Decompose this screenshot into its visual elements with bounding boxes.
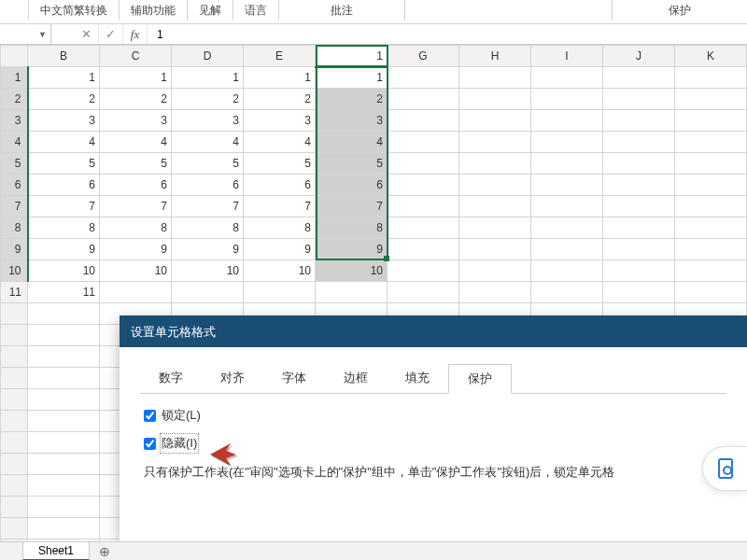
- row-header-empty[interactable]: [1, 518, 28, 539]
- cell-E3[interactable]: 3: [244, 110, 316, 132]
- cell-F4[interactable]: 4: [316, 132, 388, 153]
- ribbon-group-accessibility[interactable]: 辅助功能: [119, 0, 188, 21]
- dialog-tab-对齐[interactable]: 对齐: [202, 364, 263, 393]
- cell-G1[interactable]: [388, 67, 459, 89]
- cell-empty[interactable]: [28, 389, 100, 411]
- cell-K10[interactable]: [675, 260, 747, 282]
- cell-C10[interactable]: 10: [100, 260, 172, 282]
- dialog-tab-数字[interactable]: 数字: [140, 364, 202, 393]
- cell-K4[interactable]: [675, 132, 747, 153]
- cell-K5[interactable]: [675, 153, 747, 175]
- col-header-B[interactable]: B: [28, 46, 100, 67]
- cell-F6[interactable]: 6: [316, 175, 388, 196]
- cell-empty[interactable]: [28, 411, 100, 432]
- cell-G2[interactable]: [388, 89, 459, 110]
- row-header-empty[interactable]: [1, 411, 28, 432]
- cell-F8[interactable]: 8: [316, 217, 388, 239]
- cell-D8[interactable]: 8: [172, 217, 244, 239]
- row-header-4[interactable]: 4: [1, 132, 28, 153]
- cell-F9[interactable]: 9: [316, 239, 388, 260]
- col-header-J[interactable]: J: [603, 46, 675, 67]
- cell-G8[interactable]: [388, 217, 459, 239]
- cell-D5[interactable]: 5: [172, 153, 244, 175]
- cell-E8[interactable]: 8: [244, 217, 316, 239]
- cell-D1[interactable]: 1: [172, 67, 244, 89]
- cell-H3[interactable]: [459, 110, 531, 132]
- row-header-empty[interactable]: [1, 475, 28, 497]
- row-header-9[interactable]: 9: [1, 239, 28, 260]
- cell-D7[interactable]: 7: [172, 196, 244, 217]
- cell-G5[interactable]: [388, 153, 459, 175]
- cell-H7[interactable]: [459, 196, 531, 217]
- row-header-6[interactable]: 6: [1, 175, 28, 196]
- cell-C5[interactable]: 5: [100, 153, 172, 175]
- cell-D3[interactable]: 3: [172, 110, 244, 132]
- cell-K8[interactable]: [675, 217, 747, 239]
- row-header-empty[interactable]: [1, 497, 28, 518]
- cell-F7[interactable]: 7: [316, 196, 388, 217]
- hide-checkbox-row[interactable]: 隐藏(I): [144, 435, 723, 452]
- cell-G11[interactable]: [388, 282, 459, 303]
- cell-B10[interactable]: 10: [28, 260, 100, 282]
- cell-I6[interactable]: [531, 175, 603, 196]
- cell-K9[interactable]: [675, 239, 747, 260]
- cell-C9[interactable]: 9: [100, 239, 172, 260]
- row-header-empty[interactable]: [1, 454, 28, 475]
- row-header-2[interactable]: 2: [1, 89, 28, 110]
- accept-formula-icon[interactable]: ✓: [99, 24, 123, 44]
- cell-F2[interactable]: 2: [316, 89, 388, 110]
- cell-B5[interactable]: 5: [28, 153, 100, 175]
- ribbon-group-protect[interactable]: 保护: [612, 0, 747, 21]
- cell-D9[interactable]: 9: [172, 239, 244, 260]
- dialog-tab-保护[interactable]: 保护: [448, 364, 512, 394]
- cell-C8[interactable]: 8: [100, 217, 172, 239]
- cell-G4[interactable]: [388, 132, 459, 153]
- cell-B7[interactable]: 7: [28, 196, 100, 217]
- cell-D10[interactable]: 10: [172, 260, 244, 282]
- cell-E4[interactable]: 4: [244, 132, 316, 153]
- cell-G6[interactable]: [388, 175, 459, 196]
- cell-H10[interactable]: [459, 260, 531, 282]
- cell-D11[interactable]: [172, 282, 244, 303]
- row-header-empty[interactable]: [1, 432, 28, 454]
- cell-E5[interactable]: 5: [244, 153, 316, 175]
- cell-H1[interactable]: [459, 67, 531, 89]
- cell-E7[interactable]: 7: [244, 196, 316, 217]
- cell-H4[interactable]: [459, 132, 531, 153]
- col-header-D[interactable]: D: [172, 46, 244, 67]
- cell-G10[interactable]: [388, 260, 459, 282]
- cell-F11[interactable]: [316, 282, 388, 303]
- cell-empty[interactable]: [28, 518, 100, 539]
- cell-empty[interactable]: [28, 454, 100, 475]
- phone-sync-button[interactable]: [702, 446, 747, 491]
- cell-E9[interactable]: 9: [244, 239, 316, 260]
- cell-D2[interactable]: 2: [172, 89, 244, 110]
- formula-input[interactable]: [148, 28, 747, 41]
- cell-I9[interactable]: [531, 239, 603, 260]
- cell-B1[interactable]: 1: [28, 67, 100, 89]
- row-header-3[interactable]: 3: [1, 110, 28, 132]
- cell-I10[interactable]: [531, 260, 603, 282]
- cell-H5[interactable]: [459, 153, 531, 175]
- cell-I7[interactable]: [531, 196, 603, 217]
- ribbon-group-language[interactable]: 语言: [233, 0, 279, 21]
- cell-F10[interactable]: 10: [316, 260, 388, 282]
- cell-B2[interactable]: 2: [28, 89, 100, 110]
- cell-E1[interactable]: 1: [244, 67, 316, 89]
- row-header-5[interactable]: 5: [1, 153, 28, 175]
- cell-empty[interactable]: [28, 432, 100, 454]
- cell-J8[interactable]: [603, 217, 675, 239]
- col-header-G[interactable]: G: [388, 46, 459, 67]
- cancel-formula-icon[interactable]: ✕: [75, 24, 99, 44]
- row-header-7[interactable]: 7: [1, 196, 28, 217]
- cell-F1[interactable]: 1: [316, 67, 388, 89]
- name-box[interactable]: ▼: [0, 24, 51, 44]
- lock-checkbox[interactable]: [144, 410, 156, 422]
- cell-I8[interactable]: [531, 217, 603, 239]
- cell-J4[interactable]: [603, 132, 675, 153]
- cell-B4[interactable]: 4: [28, 132, 100, 153]
- row-header-empty[interactable]: [1, 325, 28, 346]
- row-header-1[interactable]: 1: [1, 67, 28, 89]
- cell-J10[interactable]: [603, 260, 675, 282]
- cell-B3[interactable]: 3: [28, 110, 100, 132]
